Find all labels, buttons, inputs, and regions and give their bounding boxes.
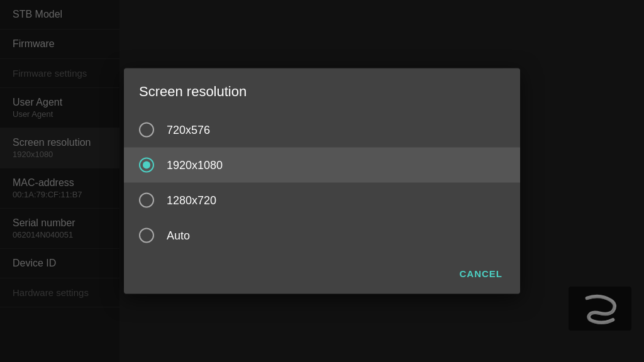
dialog-actions: CANCEL (124, 253, 520, 294)
radio-circle (139, 228, 154, 243)
resolution-option-opt-1920[interactable]: 1920x1080 (124, 148, 520, 183)
cancel-button[interactable]: CANCEL (457, 263, 506, 284)
radio-circle (139, 123, 154, 138)
resolution-option-label: 720x576 (167, 123, 210, 136)
resolution-option-label: Auto (167, 229, 190, 242)
resolution-option-label: 1920x1080 (167, 158, 223, 172)
screen-resolution-dialog: Screen resolution 720x5761920x10801280x7… (124, 69, 520, 294)
dialog-title: Screen resolution (124, 84, 520, 112)
resolution-option-label: 1280x720 (167, 194, 216, 207)
resolution-option-opt-720[interactable]: 720x576 (124, 112, 520, 148)
resolution-option-opt-1280[interactable]: 1280x720 (124, 183, 520, 218)
radio-circle (139, 193, 154, 208)
resolution-option-opt-auto[interactable]: Auto (124, 218, 520, 253)
radio-circle (139, 158, 154, 173)
resolution-options: 720x5761920x10801280x720Auto (124, 112, 520, 253)
